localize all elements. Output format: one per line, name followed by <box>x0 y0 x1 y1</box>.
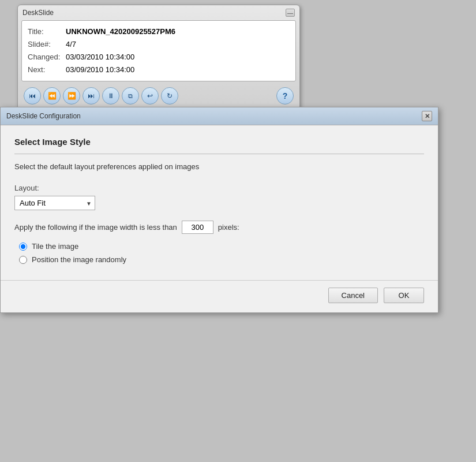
info-changed-row: Changed: 03/03/2010 10:34:00 <box>28 51 290 64</box>
info-title-row: Title: UNKNOWN_420200925527PM6 <box>28 25 290 38</box>
widget-minimize-button[interactable]: — <box>286 9 295 17</box>
widget-info-box: Title: UNKNOWN_420200925527PM6 Slide#: 4… <box>21 20 296 81</box>
layout-label: Layout: <box>14 184 424 192</box>
first-button[interactable]: ⏮ <box>24 87 41 105</box>
next-value: 03/09/2010 10:34:00 <box>66 64 134 76</box>
slide-label: Slide#: <box>28 38 62 51</box>
pixel-suffix: pixels: <box>218 223 239 232</box>
widget-title-bar: DeskSlide — <box>21 9 296 17</box>
radio-position[interactable] <box>19 256 27 264</box>
changed-value: 03/03/2010 10:34:00 <box>66 51 134 64</box>
dialog-footer: Cancel OK <box>1 280 438 312</box>
radio-group: Tile the image Position the image random… <box>14 242 424 264</box>
info-slide-row: Slide#: 4/7 <box>28 38 290 51</box>
radio-position-label: Position the image randomly <box>32 255 126 264</box>
radio-option-position: Position the image randomly <box>19 255 424 264</box>
dialog-close-button[interactable]: ✕ <box>422 111 432 121</box>
radio-tile[interactable] <box>19 243 27 251</box>
ok-button[interactable]: OK <box>384 288 424 303</box>
radio-tile-label: Tile the image <box>32 242 78 251</box>
dialog-title-bar: DeskSlide Configuration ✕ <box>1 107 438 125</box>
copy-button[interactable]: ⧉ <box>122 87 139 105</box>
rewind-button[interactable]: ⏪ <box>43 87 61 105</box>
config-dialog: DeskSlide Configuration ✕ Select Image S… <box>0 107 438 313</box>
pixel-condition-prefix: Apply the following if the image width i… <box>14 223 177 232</box>
forward-button[interactable]: ⏩ <box>63 87 80 105</box>
widget-controls: ⏮ ⏪ ⏩ ⏭ ⏸ ⧉ ↩ ↻ ? <box>21 86 296 106</box>
dialog-description: Select the default layout preferences ap… <box>14 162 424 171</box>
dialog-heading: Select Image Style <box>14 137 424 154</box>
cancel-button[interactable]: Cancel <box>328 288 378 303</box>
help-button[interactable]: ? <box>276 87 294 105</box>
layout-select-wrapper: Auto FitStretchCenterTile ▼ <box>14 196 95 210</box>
undo-button[interactable]: ↩ <box>141 87 159 105</box>
layout-select[interactable]: Auto FitStretchCenterTile <box>14 196 95 210</box>
next-label: Next: <box>28 64 62 76</box>
deskslide-widget: DeskSlide — Title: UNKNOWN_420200925527P… <box>17 5 300 110</box>
layout-form-group: Layout: Auto FitStretchCenterTile ▼ <box>14 184 424 210</box>
widget-title: DeskSlide <box>23 9 54 17</box>
last-button[interactable]: ⏭ <box>83 87 100 105</box>
refresh-button[interactable]: ↻ <box>161 87 178 105</box>
title-value: UNKNOWN_420200925527PM6 <box>66 25 175 38</box>
changed-label: Changed: <box>28 51 62 64</box>
title-label: Title: <box>28 25 62 38</box>
dialog-title: DeskSlide Configuration <box>6 112 81 120</box>
info-next-row: Next: 03/09/2010 10:34:00 <box>28 64 290 76</box>
pause-button[interactable]: ⏸ <box>102 87 119 105</box>
pixel-condition-row: Apply the following if the image width i… <box>14 221 424 234</box>
radio-option-tile: Tile the image <box>19 242 424 251</box>
slide-value: 4/7 <box>66 38 76 51</box>
dialog-body: Select Image Style Select the default la… <box>1 125 438 280</box>
pixel-value-input[interactable] <box>182 221 213 234</box>
